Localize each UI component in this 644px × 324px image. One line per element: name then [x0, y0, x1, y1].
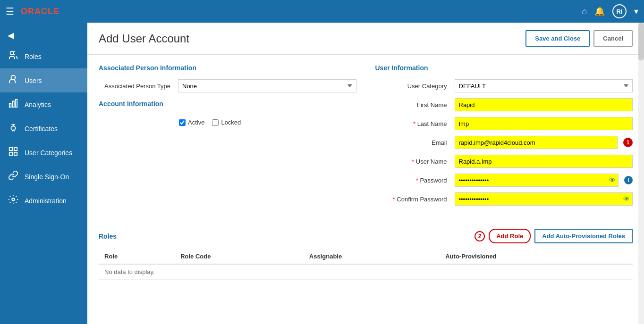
password-info-badge[interactable]: i [624, 176, 633, 184]
administration-icon [8, 194, 19, 207]
username-input[interactable] [455, 155, 633, 168]
roles-action-buttons: 2 Add Role Add Auto-Provisioned Roles [475, 229, 633, 243]
last-name-input[interactable] [455, 117, 633, 130]
username-label: User Name [375, 158, 451, 165]
svg-rect-8 [9, 152, 12, 155]
svg-rect-3 [12, 101, 14, 107]
locked-checkbox[interactable] [212, 119, 219, 126]
email-input[interactable] [455, 136, 618, 149]
svg-rect-9 [14, 152, 17, 155]
roles-section-title: Roles [99, 233, 117, 240]
confirm-password-label: Confirm Password [375, 196, 451, 203]
user-category-select[interactable]: DEFAULT [455, 79, 633, 92]
cancel-button[interactable]: Cancel [593, 30, 633, 47]
sidebar-item-label-user-categories: User Categories [25, 149, 72, 157]
svg-rect-6 [9, 148, 12, 150]
email-step-badge: 1 [623, 138, 633, 147]
roles-header-left: Roles [99, 233, 117, 240]
assignable-column-header: Assignable [304, 249, 440, 264]
svg-point-10 [12, 198, 15, 201]
roles-step-badge: 2 [475, 231, 485, 241]
confirm-password-toggle-icon[interactable]: 👁 [623, 195, 630, 203]
sidebar-item-single-sign-on[interactable]: Single Sign-On [0, 165, 87, 189]
associated-person-type-label: Associated Person Type [99, 83, 174, 90]
password-row: Password 👁 i [375, 174, 633, 187]
password-wrapper: 👁 [455, 174, 619, 187]
no-data-text: No data to display. [99, 264, 633, 280]
sidebar-item-roles[interactable]: Roles [0, 44, 87, 68]
svg-rect-7 [14, 148, 17, 150]
users-icon [8, 74, 19, 87]
certificates-icon [8, 122, 19, 135]
associated-person-type-row: Associated Person Type None Employee Con… [99, 79, 356, 92]
confirm-password-row: Confirm Password 👁 [375, 192, 633, 206]
first-name-input[interactable] [455, 98, 633, 111]
associated-person-type-select[interactable]: None Employee Contractor [178, 79, 356, 92]
active-checkbox[interactable] [179, 119, 186, 126]
sidebar-item-analytics[interactable]: Analytics [0, 92, 87, 116]
first-name-row: First Name [375, 98, 633, 111]
sidebar-item-users[interactable]: Users [0, 68, 87, 92]
sidebar-item-certificates[interactable]: Certificates [0, 116, 87, 141]
form-area: Associated Person Information Associated… [87, 55, 644, 289]
roles-icon [8, 50, 19, 63]
top-navigation: ☰ ORACLE ⌂ 🔔 RI ▾ [0, 0, 644, 23]
main-content: Add User Account Save and Close Cancel A… [87, 23, 644, 324]
main-layout: ◀ Roles Users Analytics [0, 23, 644, 324]
roles-section: Roles 2 Add Role Add Auto-Provisioned Ro… [99, 221, 633, 280]
add-role-button[interactable]: Add Role [489, 229, 531, 243]
sidebar-item-user-categories[interactable]: User Categories [0, 141, 87, 165]
user-category-label: User Category [375, 83, 451, 90]
last-name-row: Last Name [375, 117, 633, 130]
auto-provisioned-column-header: Auto-Provisioned [440, 249, 633, 264]
account-status-checkboxes: Active Locked [99, 115, 356, 130]
page-header: Add User Account Save and Close Cancel [87, 23, 644, 55]
password-label: Password [375, 177, 451, 184]
username-row: User Name [375, 155, 633, 168]
locked-checkbox-label[interactable]: Locked [212, 119, 241, 126]
sidebar-item-label-analytics: Analytics [25, 101, 51, 108]
hamburger-menu[interactable]: ☰ [6, 6, 14, 17]
user-categories-icon [8, 146, 19, 159]
two-column-layout: Associated Person Information Associated… [99, 64, 633, 211]
sidebar-item-label-administration: Administration [25, 197, 67, 205]
confirm-password-input[interactable] [455, 192, 633, 206]
header-buttons: Save and Close Cancel [525, 30, 633, 47]
sidebar-item-label-users: Users [25, 77, 42, 84]
last-name-label: Last Name [375, 120, 451, 127]
confirm-password-wrapper: 👁 [455, 192, 633, 206]
scrollbar-track[interactable] [638, 23, 644, 324]
page-title: Add User Account [99, 32, 189, 45]
oracle-logo: ORACLE [21, 7, 582, 17]
nav-icons: ⌂ 🔔 RI ▾ [582, 4, 638, 18]
add-auto-provisioned-roles-button[interactable]: Add Auto-Provisioned Roles [534, 229, 633, 243]
user-avatar[interactable]: RI [612, 4, 627, 18]
role-code-column-header: Role Code [175, 249, 304, 264]
analytics-icon [8, 98, 19, 111]
svg-rect-2 [9, 103, 11, 107]
email-label: Email [375, 139, 451, 146]
chevron-down-icon[interactable]: ▾ [634, 6, 638, 17]
password-input[interactable] [455, 174, 619, 187]
password-toggle-icon[interactable]: 👁 [609, 176, 616, 184]
single-sign-on-icon [8, 170, 19, 183]
active-checkbox-label[interactable]: Active [179, 119, 204, 126]
first-name-label: First Name [375, 101, 451, 108]
sidebar: ◀ Roles Users Analytics [0, 23, 87, 324]
sidebar-item-label-certificates: Certificates [25, 125, 58, 133]
svg-rect-4 [16, 100, 17, 108]
save-and-close-button[interactable]: Save and Close [525, 30, 590, 47]
sidebar-item-administration[interactable]: Administration [0, 189, 87, 213]
scrollbar-thumb[interactable] [638, 23, 644, 60]
sidebar-item-label-roles: Roles [25, 53, 42, 60]
home-icon[interactable]: ⌂ [582, 7, 587, 17]
user-category-row: User Category DEFAULT [375, 79, 633, 92]
account-info-section-title: Account Information [99, 100, 356, 108]
notification-icon[interactable]: 🔔 [594, 6, 605, 17]
sidebar-collapse-button[interactable]: ◀ [0, 26, 87, 44]
left-column: Associated Person Information Associated… [99, 64, 356, 211]
no-data-row: No data to display. [99, 264, 633, 280]
associated-person-section-title: Associated Person Information [99, 64, 356, 72]
email-row: Email 1 [375, 136, 633, 149]
sidebar-item-label-single-sign-on: Single Sign-On [25, 173, 69, 181]
